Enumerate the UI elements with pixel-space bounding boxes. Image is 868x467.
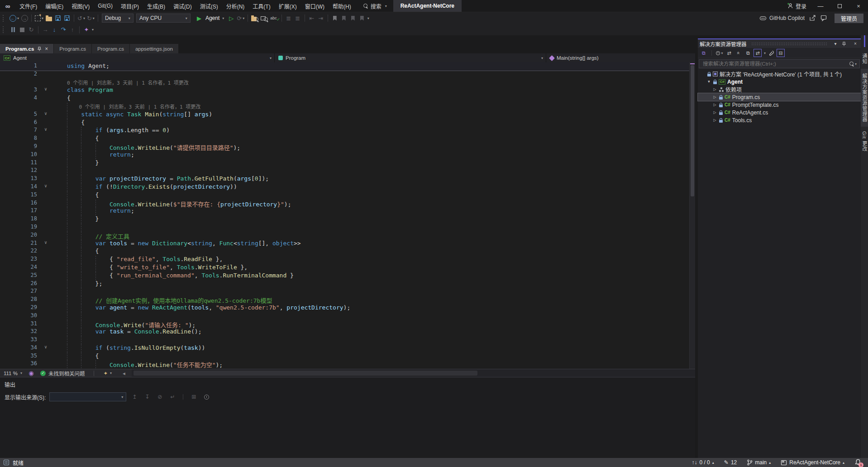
menu-item[interactable]: 生成(B) xyxy=(143,0,169,12)
line-number[interactable]: 13 xyxy=(14,175,37,183)
line-number[interactable]: 5 xyxy=(14,111,37,119)
fold-marker[interactable] xyxy=(37,232,54,240)
line-number[interactable]: 6 xyxy=(14,119,37,127)
line-number[interactable]: 12 xyxy=(14,167,37,175)
line-number[interactable]: 19 xyxy=(14,224,37,232)
code-text[interactable]: if (args.Length == 0) xyxy=(54,127,695,135)
solution-platform-dropdown[interactable]: Any CPU▾ xyxy=(136,14,191,23)
close-button[interactable]: × xyxy=(849,0,868,12)
fold-marker[interactable] xyxy=(37,312,54,320)
new-project-button[interactable]: ▾ xyxy=(34,13,44,23)
menu-item[interactable]: 编辑(E) xyxy=(41,0,67,12)
sync-selection-button[interactable]: ⇄ xyxy=(725,49,733,57)
code-text[interactable]: { xyxy=(54,353,695,361)
code-text[interactable]: static async Task Main(string[] args) xyxy=(54,111,695,119)
chevron-down-icon[interactable]: ▾ xyxy=(764,51,766,55)
tree-expander[interactable]: ▷ xyxy=(712,118,717,122)
fold-marker[interactable] xyxy=(37,79,54,87)
code-line[interactable]: 11 } xyxy=(0,159,695,167)
code-line[interactable]: 14∨ if (!Directory.Exists(projectDirecto… xyxy=(0,183,695,191)
menu-item[interactable]: 项目(P) xyxy=(117,0,143,12)
current-branch-button[interactable]: main ▴ xyxy=(747,459,771,466)
code-text[interactable]: using Agent; xyxy=(54,62,695,71)
scroll-left-button[interactable]: ◂ xyxy=(123,370,125,376)
code-line[interactable]: 22 { xyxy=(0,248,695,256)
side-tab[interactable]: 通知 xyxy=(861,49,868,69)
fold-marker[interactable] xyxy=(37,103,54,111)
code-text[interactable]: 0 个引用 | 刘志新，3 天前 | 1 名作者，1 项更改 xyxy=(54,103,695,111)
fold-marker[interactable] xyxy=(37,256,54,264)
diagnostics-button[interactable]: ✦ xyxy=(82,25,91,35)
toolbar-grip[interactable] xyxy=(3,15,6,22)
share-button[interactable] xyxy=(809,15,816,21)
step-out-button[interactable]: ↑ xyxy=(68,25,77,35)
solution-configuration-dropdown[interactable]: Debug▾ xyxy=(102,14,134,23)
code-line[interactable]: 36 Console.WriteLine("任务不能为空"); xyxy=(0,360,695,368)
code-text[interactable]: if (string.IsNullOrEmpty(task)) xyxy=(54,344,695,353)
line-number[interactable]: 4 xyxy=(14,95,37,103)
code-line[interactable]: 20 // 定义工具 xyxy=(0,232,695,240)
clear-bookmarks-button[interactable] xyxy=(358,13,367,23)
break-all-button[interactable] xyxy=(9,25,18,35)
sign-in-button[interactable]: 登录 xyxy=(782,2,811,10)
code-text[interactable]: } xyxy=(54,159,695,167)
code-line[interactable]: 23 { "read_file", Tools.ReadFile }, xyxy=(0,256,695,264)
code-text[interactable]: // 创建Agent实例，使用本地Ollama的qwen2.5-coder:7b… xyxy=(54,296,695,304)
code-line[interactable]: 19 xyxy=(0,224,695,232)
maximize-button[interactable] xyxy=(830,0,849,12)
code-line[interactable]: 29 var agent = new ReActAgent(tools, "qw… xyxy=(0,304,695,312)
undo-button[interactable]: ↺▾ xyxy=(76,13,86,23)
code-line[interactable]: 13 var projectDirectory = Path.GetFullPa… xyxy=(0,175,695,183)
save-button[interactable] xyxy=(53,13,62,23)
line-number[interactable]: 22 xyxy=(14,248,37,256)
find-in-window-button[interactable] xyxy=(260,13,269,23)
code-line[interactable]: 17 return; xyxy=(0,207,695,215)
menu-item[interactable]: 窗口(W) xyxy=(301,0,329,12)
pin-button[interactable] xyxy=(842,42,849,46)
line-number[interactable] xyxy=(14,103,37,111)
line-number[interactable]: 29 xyxy=(14,304,37,312)
code-text[interactable] xyxy=(54,167,695,175)
menu-item[interactable]: 视图(V) xyxy=(67,0,94,12)
code-line[interactable]: 18 } xyxy=(0,215,695,224)
stop-debugging-button[interactable] xyxy=(18,25,27,35)
editor-tab[interactable]: Program.cs xyxy=(92,44,129,53)
copy-view-button[interactable]: ⧉ xyxy=(744,49,752,57)
solution-search-box[interactable]: ▾ xyxy=(699,59,860,68)
line-number[interactable]: 17 xyxy=(14,207,37,215)
code-line[interactable]: 9 Console.WriteLine("请提供项目目录路径"); xyxy=(0,143,695,151)
line-number[interactable]: 23 xyxy=(14,256,37,264)
code-text[interactable] xyxy=(54,312,695,320)
fold-marker[interactable]: ∨ xyxy=(37,183,54,191)
pending-changes-filter-button[interactable]: ▾ xyxy=(715,49,724,57)
tree-expander[interactable]: ▼ xyxy=(706,80,711,84)
fold-marker[interactable]: ∨ xyxy=(37,127,54,135)
code-line[interactable]: 0 个引用 | 刘志新，3 天前 | 1 名作者，1 项更改 xyxy=(0,103,695,111)
tree-expander[interactable]: ▷ xyxy=(712,103,717,107)
background-tasks-icon[interactable] xyxy=(4,460,9,465)
pin-output-button[interactable]: ⊞ xyxy=(189,392,198,401)
minimize-button[interactable]: — xyxy=(811,0,830,12)
step-into-button[interactable]: ↓ xyxy=(50,25,59,35)
code-text[interactable] xyxy=(54,71,695,79)
code-line[interactable]: 33 xyxy=(0,336,695,344)
fold-marker[interactable] xyxy=(37,353,54,361)
menu-item[interactable]: 帮助(H) xyxy=(329,0,355,12)
code-text[interactable]: class Program xyxy=(54,86,695,95)
previous-bookmark-button[interactable] xyxy=(339,13,348,23)
unpushed-edits-button[interactable]: ✎ 12 xyxy=(724,459,737,466)
previous-message-button[interactable]: ↥ xyxy=(130,392,139,401)
type-dropdown[interactable]: Program ▾ xyxy=(275,53,546,62)
toolbar-overflow-button[interactable]: ▾ xyxy=(92,28,94,32)
panel-menu-button[interactable]: ▾ xyxy=(832,41,839,46)
code-text[interactable]: { xyxy=(54,191,695,200)
fold-marker[interactable] xyxy=(37,360,54,368)
navigate-back-button[interactable]: ←▾ xyxy=(9,13,20,23)
code-text[interactable]: { xyxy=(54,95,695,103)
code-text[interactable]: { "run_terminal_command", Tools.RunTermi… xyxy=(54,272,695,280)
fold-marker[interactable] xyxy=(37,320,54,329)
editor-tab[interactable]: appsettings.json xyxy=(130,44,178,53)
close-tab-icon[interactable]: × xyxy=(45,46,48,52)
line-number[interactable]: 24 xyxy=(14,264,37,272)
copilot-badge-button[interactable]: GitHub Copilot xyxy=(759,15,805,21)
